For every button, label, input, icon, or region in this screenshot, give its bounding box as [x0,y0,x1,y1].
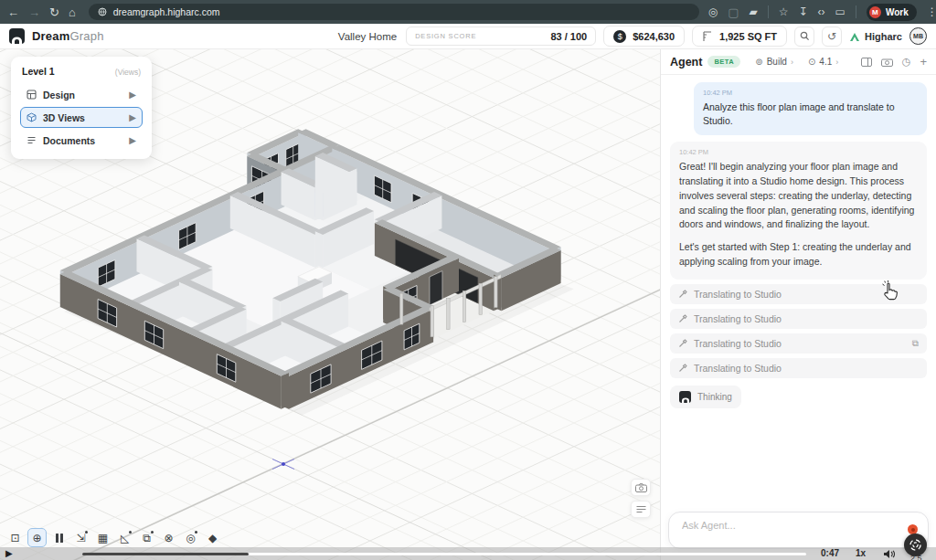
extension-icon[interactable]: ▢ [728,6,739,18]
download-icon[interactable]: ↧ [799,5,808,18]
app-title: DreamGraph [32,29,104,43]
tag-button[interactable]: ◆ [203,528,222,547]
user-message: 10:42 PM Analyze this floor plan image a… [694,82,927,135]
canvas-toolbar: ⊡ ⊕ ⇲ ▦ ◺ ⧉ ⊗ ◎ ◆ [5,528,222,547]
list-icon [636,505,646,513]
recorder-icon [909,538,922,552]
volume-icon[interactable] [883,549,896,559]
floorplan-button[interactable]: ▦ [93,528,112,547]
back-icon[interactable]: ← [7,6,19,18]
pin-button[interactable]: ◎ [181,528,200,547]
build-mode-icon: ⊚ [755,57,762,67]
measure-button[interactable]: ◺ [115,528,134,547]
forward-icon[interactable]: → [28,6,40,18]
playback-speed[interactable]: 1x [856,548,866,558]
floorplan-icon: ▦ [98,532,108,544]
sidebar-item-3d-views[interactable]: 3D Views ▶ [20,107,143,128]
message-time: 10:42 PM [703,89,918,97]
design-score[interactable]: DESIGN SCORE 83 / 100 [406,26,596,46]
design-icon [27,90,37,100]
level-title: Level 1 [22,66,55,77]
browser-profile[interactable]: M Work [867,4,917,21]
area-select-button[interactable]: ⧉ [137,528,156,547]
ask-agent-box[interactable] [668,512,929,549]
section-cut-button[interactable]: ⊗ [159,528,178,547]
viewport-3d[interactable]: Level 1 (Views) Design ▶ 3D Views ▶ Docu… [0,49,660,560]
move-button[interactable]: ⇲ [71,528,90,547]
extensions-icon[interactable]: ▰ [750,5,758,18]
tag-icon: ◆ [208,532,217,544]
history-icon: ↺ [827,30,836,43]
video-scrubber[interactable] [82,553,806,555]
profile-avatar: M [869,6,881,18]
history-button[interactable]: ↺ [822,26,842,47]
thinking-indicator[interactable]: Thinking [670,386,741,408]
play-icon[interactable]: ▶ [5,549,13,558]
higharc-logo-icon [849,31,860,42]
new-chat-icon[interactable]: + [920,55,927,69]
layers-list-button[interactable] [631,501,651,518]
tool-call-row[interactable]: Translating to Studio ⧉ [670,333,927,354]
home-icon[interactable]: ⌂ [69,6,76,18]
dollar-icon: $ [613,30,626,43]
hand-cursor [879,280,901,303]
model-icon: ⊙ [808,57,815,67]
views-subtitle: (Views) [115,68,141,77]
camera-icon [635,483,647,492]
search-icon [800,31,810,41]
tool-icon [678,314,687,323]
bookmark-star-icon[interactable]: ☆ [779,5,789,18]
ruler-icon [702,31,713,42]
agent-header: Agent BETA ⊚Build› ⊙4.1› ◷ + [661,49,936,75]
tool-icon [678,290,687,299]
tool-call-row[interactable]: Translating to Studio [670,358,927,378]
url-text: dreamgraph.higharc.com [113,6,220,17]
address-bar[interactable]: dreamgraph.higharc.com [89,4,699,20]
screen: ← → ↻ ⌂ dreamgraph.higharc.com ◎ ▢ ▰ ☆ ↧… [0,0,936,560]
devtools-icon[interactable]: ‹› [818,5,825,18]
mode-dropdown[interactable]: ⊚Build› [755,57,793,67]
kebab-menu-icon[interactable]: ⋮ [927,5,936,18]
panels-icon[interactable] [861,58,872,67]
copy-icon[interactable]: ⧉ [912,338,919,349]
dreamgraph-logo[interactable] [9,28,25,44]
camera-view-button[interactable] [631,479,651,496]
area-select-icon: ⧉ [143,532,151,544]
history-clock-icon[interactable]: ◷ [902,56,911,68]
views-panel: Level 1 (Views) Design ▶ 3D Views ▶ Docu… [11,57,152,159]
browser-bar: ← → ↻ ⌂ dreamgraph.higharc.com ◎ ▢ ▰ ☆ ↧… [0,0,936,24]
refresh-icon[interactable]: ↻ [49,6,59,18]
screenshot-icon[interactable] [881,58,893,67]
globe-icon [98,7,107,16]
recorder-bubble[interactable] [904,534,927,556]
agent-title: Agent [670,56,702,69]
chevron-right-icon: ▶ [129,135,136,145]
org-label[interactable]: Higharc [849,31,902,42]
walls-toggle-button[interactable] [49,528,69,547]
tab-search-icon[interactable]: ▭ [835,5,846,18]
sidebar-item-documents[interactable]: Documents ▶ [20,130,143,151]
fit-view-icon: ⊡ [10,532,19,544]
tool-icon [678,364,687,373]
orbit-button[interactable]: ⊕ [27,528,47,547]
cost-stat[interactable]: $ $624,630 [603,26,685,47]
ask-agent-input[interactable] [680,519,881,532]
divider [856,5,856,18]
measure-icon: ◺ [121,532,129,544]
agent-message: 10:42 PM Great! I'll begin analyzing you… [670,142,927,279]
project-name[interactable]: Valley Home [338,31,397,42]
site-info-icon[interactable]: ◎ [708,5,718,18]
tool-call-row[interactable]: Translating to Studio [670,309,927,329]
move-icon: ⇲ [76,532,85,544]
search-button[interactable] [794,26,814,47]
chevron-right-icon: ▶ [129,90,136,100]
area-stat[interactable]: 1,925 SQ FT [692,26,787,47]
tool-icon [678,339,687,348]
user-avatar[interactable]: MB [909,27,927,45]
model-dropdown[interactable]: ⊙4.1› [808,57,838,67]
fit-view-button[interactable]: ⊡ [5,528,25,547]
beta-badge: BETA [707,56,740,68]
message-time: 10:42 PM [679,148,918,156]
sidebar-item-design[interactable]: Design ▶ [20,84,143,105]
app-header: DreamGraph Valley Home DESIGN SCORE 83 /… [0,24,936,49]
